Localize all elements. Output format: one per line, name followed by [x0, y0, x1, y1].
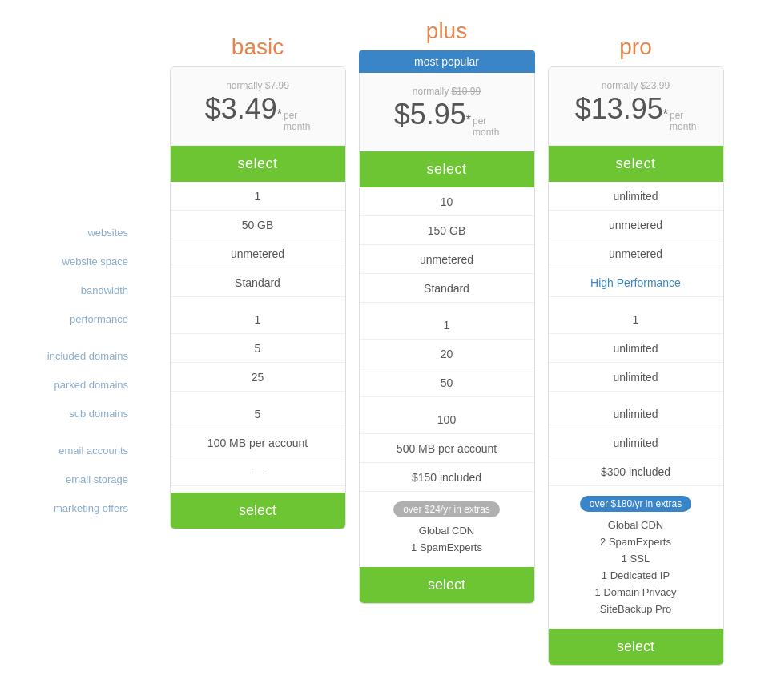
pro-per-month: permonth: [670, 110, 696, 133]
plus-box: normally $10.99 $5.95* permonth select 1…: [359, 73, 535, 605]
plus-data-rows: 10 150 GB unmetered Standard 1 20 50 100…: [360, 187, 534, 492]
pro-included-domains: 1: [549, 305, 723, 334]
label-website-space: website space: [16, 247, 135, 276]
pro-extra-2: 2 SpamExperts: [549, 533, 723, 550]
pro-extras-badge: over $180/yr in extras: [580, 496, 691, 512]
plus-extra-1: Global CDN: [360, 522, 534, 539]
label-sub-domains: sub domains: [16, 400, 135, 428]
basic-performance: Standard: [171, 268, 345, 297]
plan-basic: basic normally $7.99 $3.49* permonth sel…: [170, 34, 346, 530]
plus-price: $5.95*: [394, 100, 471, 129]
pro-extra-5: 1 Domain Privacy: [549, 584, 723, 601]
plus-bandwidth: unmetered: [360, 245, 534, 274]
pro-sub-domains: unlimited: [549, 363, 723, 392]
label-bandwidth: bandwidth: [16, 276, 135, 305]
plus-select-bottom[interactable]: select: [360, 567, 534, 603]
pro-extras-section: over $180/yr in extras Global CDN 2 Spam…: [549, 486, 723, 622]
pro-extra-4: 1 Dedicated IP: [549, 567, 723, 584]
pro-extra-6: SiteBackup Pro: [549, 601, 723, 618]
pro-parked-domains: unlimited: [549, 334, 723, 363]
plus-price-row: $5.95* permonth: [372, 100, 521, 139]
basic-marketing-offers: —: [171, 457, 345, 486]
basic-price-row: $3.49* permonth: [183, 95, 332, 133]
pro-websites: unlimited: [549, 182, 723, 211]
plus-marketing-offers: $150 included: [360, 463, 534, 492]
pro-marketing-offers: $300 included: [549, 457, 723, 486]
pricing-container: websites website space bandwidth perform…: [16, 34, 749, 666]
plus-websites: 10: [360, 187, 534, 216]
label-email-storage: email storage: [16, 465, 135, 494]
basic-websites: 1: [171, 182, 345, 211]
plus-per-month: permonth: [473, 115, 499, 139]
basic-price-section: normally $7.99 $3.49* permonth: [171, 67, 345, 147]
label-email-accounts: email accounts: [16, 436, 135, 465]
pro-price: $13.95*: [575, 95, 668, 123]
plus-badge: most popular: [359, 50, 535, 73]
label-included-domains: included domains: [16, 342, 135, 371]
basic-bandwidth: unmetered: [171, 239, 345, 268]
plus-parked-domains: 20: [360, 340, 534, 368]
plus-sub-domains: 50: [360, 368, 534, 397]
plus-email-storage: 500 MB per account: [360, 434, 534, 463]
plus-extras-badge: over $24/yr in extras: [393, 501, 500, 517]
basic-box: normally $7.99 $3.49* permonth select 1 …: [170, 66, 346, 530]
pro-website-space: unmetered: [549, 211, 723, 239]
plans-wrapper: basic normally $7.99 $3.49* permonth sel…: [144, 34, 749, 666]
pro-select-bottom[interactable]: select: [549, 629, 723, 665]
label-parked-domains: parked domains: [16, 371, 135, 400]
pro-normally: normally $23.99: [562, 80, 711, 91]
plus-website-space: 150 GB: [360, 216, 534, 245]
pro-box: normally $23.99 $13.95* permonth select …: [548, 66, 724, 666]
basic-per-month: permonth: [284, 110, 310, 133]
basic-parked-domains: 5: [171, 334, 345, 363]
basic-data-rows: 1 50 GB unmetered Standard 1 5 25 5 100 …: [171, 182, 345, 486]
plan-pro: pro normally $23.99 $13.95* permonth sel…: [548, 34, 724, 666]
basic-select-bottom[interactable]: select: [171, 493, 345, 529]
pro-price-row: $13.95* permonth: [562, 95, 711, 133]
labels-column: websites website space bandwidth perform…: [16, 34, 144, 523]
pro-extra-3: 1 SSL: [549, 550, 723, 567]
pro-data-rows: unlimited unmetered unmetered High Perfo…: [549, 182, 723, 486]
pro-email-accounts: unlimited: [549, 400, 723, 428]
plus-performance: Standard: [360, 274, 534, 303]
plus-email-accounts: 100: [360, 405, 534, 434]
basic-title: basic: [232, 34, 284, 60]
pro-price-section: normally $23.99 $13.95* permonth: [549, 67, 723, 147]
pro-performance: High Performance: [549, 268, 723, 297]
basic-included-domains: 1: [171, 305, 345, 334]
plus-title: plus: [426, 18, 467, 44]
basic-normally: normally $7.99: [183, 80, 332, 91]
label-marketing-offers: marketing offers: [16, 494, 135, 523]
pro-select-top[interactable]: select: [549, 146, 723, 182]
plus-price-section: normally $10.99 $5.95* permonth: [360, 73, 534, 152]
plus-select-top[interactable]: select: [360, 151, 534, 187]
pro-bandwidth: unmetered: [549, 239, 723, 268]
basic-email-accounts: 5: [171, 400, 345, 428]
label-websites: websites: [16, 219, 135, 247]
basic-sub-domains: 25: [171, 363, 345, 392]
plus-included-domains: 1: [360, 311, 534, 340]
pro-title: pro: [619, 34, 651, 60]
basic-select-top[interactable]: select: [171, 146, 345, 182]
basic-website-space: 50 GB: [171, 211, 345, 239]
pro-email-storage: unlimited: [549, 428, 723, 457]
basic-email-storage: 100 MB per account: [171, 428, 345, 457]
pro-extra-1: Global CDN: [549, 517, 723, 533]
label-performance: performance: [16, 305, 135, 334]
plan-plus: plus most popular normally $10.99 $5.95*…: [359, 18, 535, 605]
plus-normally: normally $10.99: [372, 86, 521, 97]
plus-extra-2: 1 SpamExperts: [360, 539, 534, 556]
plus-extras-section: over $24/yr in extras Global CDN 1 SpamE…: [360, 492, 534, 561]
basic-price: $3.49*: [205, 95, 282, 123]
